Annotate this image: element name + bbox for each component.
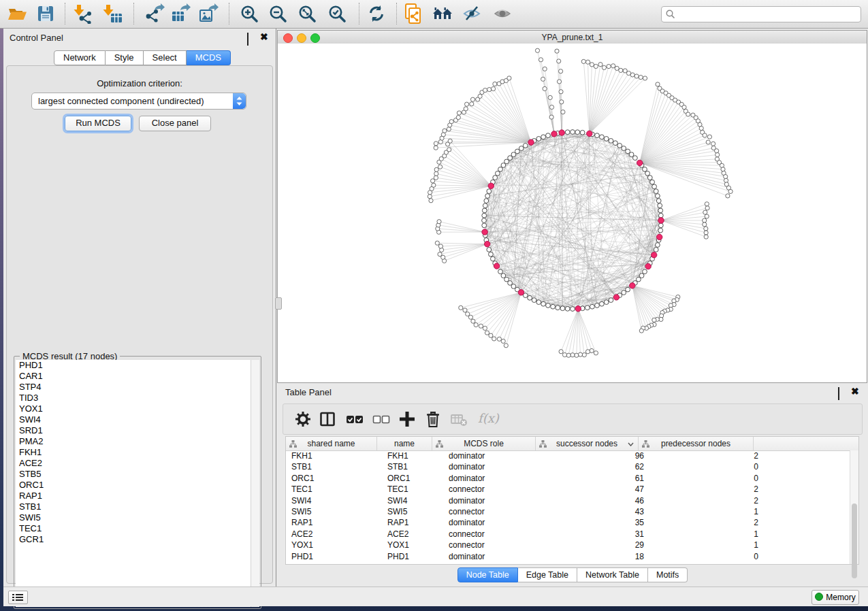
mcds-result-item[interactable]: ORC1 — [16, 480, 251, 491]
mcds-result-list[interactable]: PHD1CAR1STP4TID3YOX1SWI4SRD1PMA2FKH1ACE2… — [16, 360, 251, 607]
node-table: shared namenameMCDS rolesuccessor nodesp… — [285, 436, 859, 565]
delete-column-trash-icon[interactable] — [423, 409, 443, 429]
table-cell: 1 — [654, 506, 768, 517]
mcds-result-item[interactable]: RAP1 — [16, 491, 251, 501]
delete-table-icon-disabled — [449, 409, 469, 429]
close-table-panel-icon[interactable]: ✖ — [851, 388, 859, 396]
deselect-all-columns-icon[interactable] — [371, 409, 391, 429]
tab-mcds[interactable]: MCDS — [187, 50, 231, 65]
zoom-out-icon[interactable] — [268, 3, 288, 24]
zoom-fit-icon[interactable] — [297, 3, 317, 24]
float-table-panel-icon[interactable] — [838, 388, 846, 396]
mcds-result-item[interactable]: CAR1 — [16, 371, 251, 382]
dropdown-stepper-icon — [233, 93, 246, 109]
table-cell: RAP1 — [286, 517, 382, 528]
mcds-result-item[interactable]: SRD1 — [16, 425, 251, 436]
zoom-in-icon[interactable] — [239, 3, 259, 24]
split-columns-icon[interactable] — [317, 409, 338, 429]
tab-node-table[interactable]: Node Table — [457, 567, 518, 582]
mcds-list-scrollbar[interactable] — [251, 360, 259, 607]
mcds-result-item[interactable]: STB5 — [16, 469, 251, 480]
export-network-icon[interactable] — [144, 3, 165, 24]
tab-style[interactable]: Style — [106, 50, 144, 65]
memory-button[interactable]: Memory — [811, 590, 859, 605]
add-column-icon[interactable] — [397, 409, 417, 429]
table-cell: dominator — [442, 517, 551, 528]
mcds-result-item[interactable]: PHD1 — [16, 360, 251, 371]
column-header-shared-name[interactable]: shared name — [286, 437, 377, 450]
mcds-result-item[interactable]: STB1 — [16, 501, 251, 512]
table-cell: 2 — [654, 495, 768, 506]
export-image-icon[interactable] — [198, 3, 219, 24]
table-cell: 0 — [654, 461, 768, 472]
mcds-result-item[interactable]: YOX1 — [16, 403, 251, 414]
export-table-icon[interactable] — [170, 3, 191, 24]
table-cell: 62 — [551, 461, 654, 472]
table-header-row: shared namenameMCDS rolesuccessor nodesp… — [286, 437, 858, 451]
column-header-MCDS-role[interactable]: MCDS role — [432, 437, 536, 450]
run-mcds-button[interactable]: Run MCDS — [65, 116, 131, 131]
table-cell: 31 — [551, 529, 654, 540]
app-window: Control Panel ✖ NetworkStyleSelectMCDS O… — [3, 29, 868, 587]
mcds-result-item[interactable]: PMA2 — [16, 436, 251, 447]
column-header-successor-nodes[interactable]: successor nodes — [536, 437, 639, 450]
table-row[interactable]: SWI4SWI4dominator462 — [286, 495, 850, 506]
search-input[interactable] — [678, 7, 858, 21]
mcds-result-item[interactable]: TEC1 — [16, 523, 251, 534]
mcds-result-item[interactable]: FKH1 — [16, 447, 251, 458]
tab-edge-table[interactable]: Edge Table — [518, 567, 577, 582]
save-session-icon[interactable] — [35, 3, 56, 24]
network-canvas[interactable] — [278, 44, 867, 382]
mcds-result-item[interactable]: SWI5 — [16, 512, 251, 523]
select-all-columns-icon[interactable] — [344, 409, 365, 429]
mcds-result-item[interactable]: GCR1 — [16, 534, 251, 545]
import-network-icon[interactable] — [74, 3, 94, 24]
mcds-result-item[interactable]: STP4 — [16, 382, 251, 393]
tab-network-table[interactable]: Network Table — [577, 567, 648, 582]
mcds-tab-content: Optimization criterion: largest connecte… — [6, 65, 273, 584]
close-panel-icon[interactable]: ✖ — [260, 33, 268, 42]
optimization-criterion-dropdown[interactable]: largest connected component (undirected) — [31, 93, 246, 110]
mcds-result-item[interactable]: SWI4 — [16, 414, 251, 425]
toolbar-separator — [229, 3, 229, 24]
column-header-name[interactable]: name — [377, 437, 432, 450]
tab-select[interactable]: Select — [144, 50, 187, 65]
table-row[interactable]: RAP1RAP1dominator352 — [286, 517, 850, 528]
search-field[interactable] — [661, 6, 861, 22]
tab-motifs[interactable]: Motifs — [648, 567, 688, 582]
new-network-from-selection-icon[interactable] — [403, 3, 423, 24]
gear-icon[interactable] — [293, 409, 313, 429]
column-header-predecessor-nodes[interactable]: predecessor nodes — [639, 437, 754, 450]
mcds-result-item[interactable]: ACE2 — [16, 458, 251, 469]
memory-status-dot — [815, 593, 823, 601]
table-row[interactable]: PHD1PHD1dominator180 — [286, 551, 850, 562]
table-cell: FKH1 — [382, 450, 442, 461]
hide-selected-eye-slash-icon[interactable] — [462, 3, 482, 24]
houses-icon[interactable] — [432, 3, 453, 24]
close-panel-button[interactable]: Close panel — [139, 116, 211, 131]
show-all-eye-icon[interactable] — [492, 3, 513, 24]
table-row[interactable]: FKH1FKH1dominator962 — [286, 450, 850, 461]
table-row[interactable]: ACE2ACE2connector311 — [286, 529, 850, 540]
table-scrollbar[interactable] — [850, 450, 858, 564]
table-panel-tabs: Node TableEdge TableNetwork TableMotifs — [277, 567, 868, 582]
open-file-icon[interactable] — [7, 3, 27, 24]
table-cell: 29 — [551, 540, 654, 550]
refresh-layout-icon[interactable] — [366, 3, 387, 24]
table-row[interactable]: STB1STB1dominator620 — [286, 461, 850, 472]
task-history-button[interactable] — [8, 591, 28, 604]
panel-splitter-handle[interactable] — [275, 297, 282, 310]
import-table-icon[interactable] — [103, 3, 123, 24]
table-row[interactable]: ORC1ORC1dominator610 — [286, 473, 850, 484]
network-view-window: YPA_prune.txt_1 — [277, 30, 867, 383]
table-cell: dominator — [442, 495, 551, 506]
mcds-result-item[interactable]: TID3 — [16, 393, 251, 403]
table-row[interactable]: TEC1TEC1connector472 — [286, 484, 850, 495]
zoom-selected-icon[interactable] — [327, 3, 347, 24]
table-row[interactable]: SWI5SWI5connector431 — [286, 506, 850, 517]
toolbar-separator — [396, 3, 397, 24]
tab-network[interactable]: Network — [54, 50, 106, 65]
network-window-title: YPA_prune.txt_1 — [278, 33, 867, 42]
float-panel-icon[interactable] — [247, 33, 255, 42]
table-row[interactable]: YOX1YOX1connector291 — [286, 540, 850, 550]
